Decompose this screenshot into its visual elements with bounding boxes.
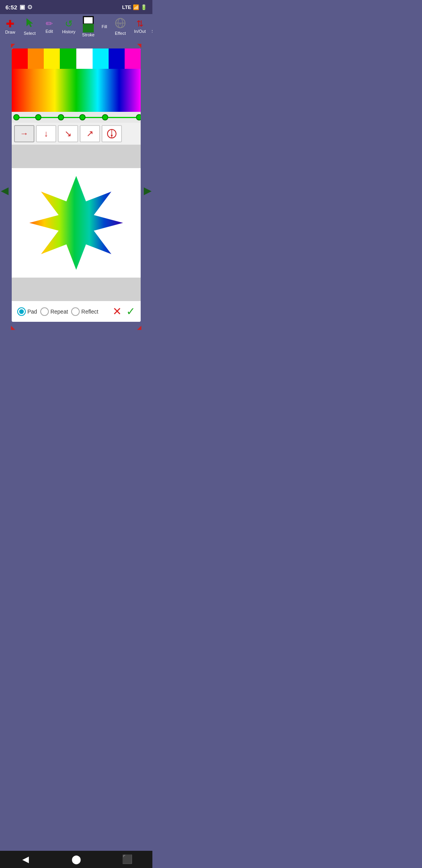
status-right: LTE 📶 🔋 — [122, 4, 147, 10]
toolbar-history[interactable]: ↺ History — [59, 18, 78, 35]
svg-marker-7 — [29, 176, 123, 270]
dir-diagonal-up[interactable]: ↗ — [80, 125, 100, 142]
preview-canvas — [12, 168, 141, 278]
toolbar-select[interactable]: Select — [20, 17, 39, 36]
dir-vertical[interactable]: ↓ — [36, 125, 56, 142]
select-icon — [24, 18, 35, 30]
select-label: Select — [24, 31, 36, 36]
arrow-right: ▶ — [144, 185, 152, 197]
top-handles: ◤ ◥ — [0, 41, 152, 48]
swatch-magenta[interactable] — [125, 48, 141, 69]
swatch-orange[interactable] — [28, 48, 44, 69]
status-left: 6:52 ▣ ⊙ — [5, 4, 32, 11]
toolbar-settings[interactable]: ⚙ Settings — [150, 19, 152, 34]
swatch-red[interactable] — [12, 48, 28, 69]
direction-row: → ↓ ↘ ↗ — [12, 123, 141, 145]
repeat-label: Repeat — [50, 308, 68, 315]
reflect-label: Reflect — [81, 308, 98, 315]
dialog: → ↓ ↘ ↗ — [12, 48, 141, 322]
preview-area — [12, 145, 141, 301]
swatch-cyan[interactable] — [93, 48, 109, 69]
inout-label: In/Out — [134, 29, 146, 34]
gradient-slider[interactable] — [12, 112, 141, 123]
slider-dot-0[interactable] — [13, 114, 20, 120]
time: 6:52 — [5, 4, 17, 11]
action-buttons: ✕ ✓ — [113, 305, 135, 318]
toolbar-fill: Fill — [98, 23, 110, 30]
dir-radial[interactable] — [102, 125, 122, 142]
preview-bottom-padding — [12, 278, 141, 301]
bottom-handles: ◣ ◢ — [0, 323, 152, 331]
fill-label: Fill — [102, 24, 107, 29]
toolbar-inout[interactable]: ⇅ In/Out — [131, 19, 149, 34]
dir-diagonal-down[interactable]: ↘ — [58, 125, 78, 142]
toolbar: ✚ Draw Select ✏ Edit ↺ History Stroke Fi… — [0, 14, 152, 39]
draw-icon: ✚ — [6, 19, 14, 29]
swatch-blue[interactable] — [109, 48, 125, 69]
effect-icon: e — [115, 18, 126, 30]
lte-label: LTE — [122, 4, 131, 10]
inout-icon: ⇅ — [136, 20, 143, 28]
canvas-area: ◤ ◥ — [0, 39, 152, 362]
radio-pad[interactable]: Pad — [17, 307, 37, 316]
reflect-radio-circle[interactable] — [71, 307, 80, 316]
status-bar: 6:52 ▣ ⊙ LTE 📶 🔋 — [0, 0, 152, 14]
pad-radio-circle[interactable] — [17, 307, 26, 316]
confirm-button[interactable]: ✓ — [126, 305, 135, 318]
sim-icon: ▣ — [20, 4, 25, 11]
record-icon: ⊙ — [27, 4, 32, 11]
history-label: History — [62, 29, 75, 34]
dir-horizontal[interactable]: → — [14, 125, 34, 142]
color-swatches — [12, 48, 141, 69]
stroke-label: Stroke — [82, 32, 95, 37]
effect-label: Effect — [115, 31, 126, 36]
cancel-button[interactable]: ✕ — [113, 305, 122, 318]
toolbar-stroke-fill[interactable]: Stroke — [79, 15, 98, 38]
preview-top-padding — [12, 145, 141, 168]
toolbar-effect[interactable]: e Effect — [111, 17, 130, 36]
swatch-green[interactable] — [60, 48, 76, 69]
handle-top-left: ◤ — [11, 42, 15, 48]
svg-marker-6 — [111, 135, 113, 137]
canvas-bottom-space — [0, 331, 152, 362]
swatch-white[interactable] — [76, 48, 93, 69]
stroke-box — [83, 16, 94, 25]
edit-icon: ✏ — [46, 20, 53, 28]
radio-reflect[interactable]: Reflect — [71, 307, 98, 316]
radio-group: Pad Repeat Reflect — [17, 307, 109, 316]
handle-top-right: ◥ — [137, 42, 141, 48]
settings-label: Settings — [152, 29, 152, 34]
slider-dot-1[interactable] — [35, 114, 41, 120]
handle-bottom-left: ◣ — [11, 324, 15, 330]
gradient-bar — [12, 69, 141, 112]
toolbar-edit[interactable]: ✏ Edit — [40, 19, 59, 34]
battery-icon: 🔋 — [141, 4, 147, 10]
history-icon: ↺ — [65, 19, 73, 29]
radio-repeat[interactable]: Repeat — [40, 307, 68, 316]
swatch-yellow[interactable] — [44, 48, 60, 69]
slider-dot-3[interactable] — [79, 114, 86, 120]
slider-dot-4[interactable] — [102, 114, 108, 120]
draw-label: Draw — [5, 30, 15, 34]
pad-label: Pad — [27, 308, 37, 315]
svg-text:e: e — [119, 22, 122, 26]
toolbar-draw[interactable]: ✚ Draw — [1, 18, 20, 35]
arrow-left: ◀ — [1, 185, 9, 197]
star-preview — [25, 172, 127, 274]
fill-box — [83, 24, 94, 32]
handle-bottom-right: ◢ — [137, 324, 141, 330]
slider-dot-5[interactable] — [136, 114, 141, 120]
pad-radio-inner — [19, 309, 24, 314]
repeat-radio-circle[interactable] — [40, 307, 49, 316]
slider-track — [13, 117, 139, 118]
signal-icon: 📶 — [133, 4, 139, 10]
slider-dot-2[interactable] — [58, 114, 64, 120]
edit-label: Edit — [46, 29, 53, 34]
bottom-controls: Pad Repeat Reflect ✕ ✓ — [12, 301, 141, 322]
